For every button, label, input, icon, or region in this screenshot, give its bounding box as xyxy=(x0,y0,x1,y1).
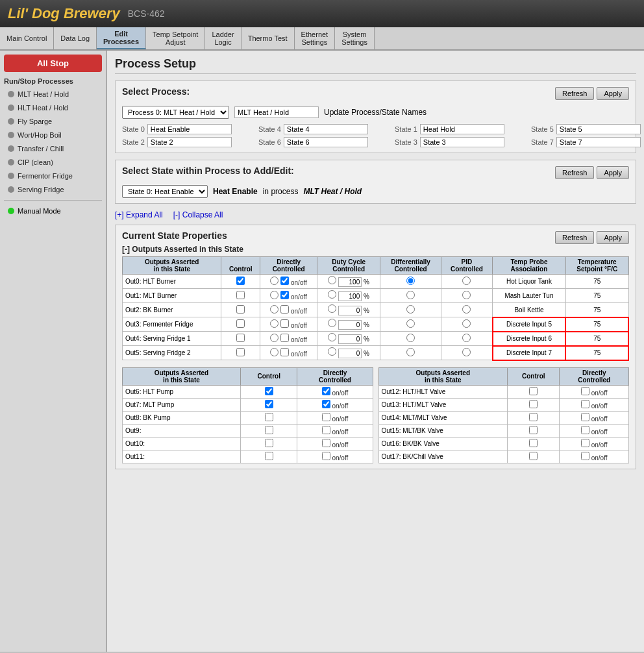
nav-thermo-test[interactable]: Thermo Test xyxy=(242,27,295,49)
br-control-cb-2[interactable] xyxy=(529,413,538,421)
dir-cb-0[interactable] xyxy=(280,277,289,285)
br-control-cb-0[interactable] xyxy=(529,387,538,395)
bl-dir-cb-1[interactable] xyxy=(322,400,330,408)
sidebar-item-manual-mode[interactable]: Manual Mode xyxy=(4,204,102,217)
nav-main-control[interactable]: Main Control xyxy=(0,27,54,49)
duty-input-5[interactable] xyxy=(338,349,362,358)
br-dir-cb-4[interactable] xyxy=(581,439,589,447)
control-cb-5[interactable] xyxy=(236,348,245,356)
diff-radio-3[interactable] xyxy=(406,319,415,328)
bl-dir-cb-3[interactable] xyxy=(322,426,330,434)
br-control-cb-1[interactable] xyxy=(529,400,538,408)
bl-control-cb-2[interactable] xyxy=(265,413,273,421)
bl-control-cb-1[interactable] xyxy=(265,400,273,408)
duty-input-2[interactable] xyxy=(338,306,362,315)
nav-ethernet-settings[interactable]: EthernetSettings xyxy=(295,27,336,49)
diff-radio-0[interactable] xyxy=(406,277,415,285)
sidebar-item-fermentor-fridge[interactable]: Fermentor Fridge xyxy=(4,169,102,182)
br-dir-cb-5[interactable] xyxy=(581,452,589,460)
pid-radio-1[interactable] xyxy=(462,291,471,299)
dir-radio-3[interactable] xyxy=(270,319,279,328)
state-input-6[interactable] xyxy=(284,137,368,147)
refresh-button-1[interactable]: Refresh xyxy=(555,87,595,100)
state-input-4[interactable] xyxy=(284,124,368,134)
refresh-button-2[interactable]: Refresh xyxy=(555,166,595,179)
control-cb-4[interactable] xyxy=(236,334,245,342)
duty-input-0[interactable] xyxy=(338,277,362,287)
dir-radio-4[interactable] xyxy=(270,334,279,342)
dir-cb-5[interactable] xyxy=(280,348,289,356)
bl-dir-cb-4[interactable] xyxy=(322,439,330,447)
br-dir-cb-0[interactable] xyxy=(581,387,589,395)
state-input-7[interactable] xyxy=(556,137,641,147)
sidebar-item-serving-fridge[interactable]: Serving Fridge xyxy=(4,183,102,196)
state-input-3[interactable] xyxy=(420,137,504,147)
apply-button-3[interactable]: Apply xyxy=(597,231,629,244)
duty-radio-2[interactable] xyxy=(328,304,336,313)
duty-radio-0[interactable] xyxy=(328,276,336,284)
br-control-cb-5[interactable] xyxy=(529,452,538,460)
nav-edit-processes[interactable]: EditProcesses xyxy=(97,27,146,49)
dir-radio-0[interactable] xyxy=(270,277,279,285)
state-input-1[interactable] xyxy=(420,124,504,134)
sidebar-item-cip-clean[interactable]: CIP (clean) xyxy=(4,156,102,169)
bl-control-cb-4[interactable] xyxy=(265,439,273,447)
bl-control-cb-5[interactable] xyxy=(265,452,273,460)
expand-all-link[interactable]: [+] Expand All xyxy=(115,210,163,219)
pid-radio-5[interactable] xyxy=(462,348,471,356)
bl-dir-cb-5[interactable] xyxy=(322,452,330,460)
dir-cb-4[interactable] xyxy=(280,334,289,342)
all-stop-button[interactable]: All Stop xyxy=(4,55,102,72)
bl-control-cb-3[interactable] xyxy=(265,426,273,434)
collapse-all-link[interactable]: [-] Collapse All xyxy=(173,210,223,219)
sidebar-item-fly-sparge[interactable]: Fly Sparge xyxy=(4,115,102,128)
dir-cb-2[interactable] xyxy=(280,305,289,314)
nav-ladder-logic[interactable]: LadderLogic xyxy=(205,27,241,49)
diff-radio-5[interactable] xyxy=(406,348,415,356)
control-cb-0[interactable] xyxy=(236,277,245,285)
nav-data-log[interactable]: Data Log xyxy=(54,27,97,49)
outputs-section-title[interactable]: [-] Outputs Asserted in this State xyxy=(122,245,629,254)
duty-input-3[interactable] xyxy=(338,320,362,330)
duty-radio-5[interactable] xyxy=(328,347,336,356)
br-dir-cb-1[interactable] xyxy=(581,400,589,408)
dir-radio-1[interactable] xyxy=(270,291,279,299)
pid-radio-3[interactable] xyxy=(462,319,471,328)
bl-dir-cb-2[interactable] xyxy=(322,413,330,421)
state-input-5[interactable] xyxy=(556,124,641,134)
pid-radio-2[interactable] xyxy=(462,305,471,314)
process-name-input[interactable] xyxy=(234,106,319,118)
dir-radio-2[interactable] xyxy=(270,305,279,314)
diff-radio-2[interactable] xyxy=(406,305,415,314)
state-input-0[interactable] xyxy=(147,124,232,134)
dir-radio-5[interactable] xyxy=(270,348,279,356)
br-dir-cb-2[interactable] xyxy=(581,413,589,421)
nav-system-settings[interactable]: SystemSettings xyxy=(335,27,375,49)
sidebar-item-wort-hop-boil[interactable]: Wort/Hop Boil xyxy=(4,129,102,142)
duty-radio-4[interactable] xyxy=(328,333,336,341)
sidebar-item-hlt-heat-hold[interactable]: HLT Heat / Hold xyxy=(4,101,102,114)
apply-button-1[interactable]: Apply xyxy=(597,87,629,100)
sidebar-item-transfer-chill[interactable]: Transfer / Chill xyxy=(4,142,102,155)
br-control-cb-4[interactable] xyxy=(529,439,538,447)
br-control-cb-3[interactable] xyxy=(529,426,538,434)
diff-radio-4[interactable] xyxy=(406,334,415,342)
state-dropdown[interactable]: State 0: Heat Enable xyxy=(122,185,208,198)
nav-temp-setpoint[interactable]: Temp SetpointAdjust xyxy=(146,27,205,49)
control-cb-2[interactable] xyxy=(236,305,245,314)
br-dir-cb-3[interactable] xyxy=(581,426,589,434)
duty-radio-1[interactable] xyxy=(328,290,336,299)
bl-control-cb-0[interactable] xyxy=(265,387,273,395)
state-input-2[interactable] xyxy=(147,137,232,147)
refresh-button-3[interactable]: Refresh xyxy=(555,231,595,244)
apply-button-2[interactable]: Apply xyxy=(597,166,629,179)
duty-input-1[interactable] xyxy=(338,291,362,301)
diff-radio-1[interactable] xyxy=(406,291,415,299)
duty-radio-3[interactable] xyxy=(328,319,336,327)
pid-radio-4[interactable] xyxy=(462,334,471,342)
process-dropdown[interactable]: Process 0: MLT Heat / Hold xyxy=(122,106,229,119)
pid-radio-0[interactable] xyxy=(462,277,471,285)
dir-cb-1[interactable] xyxy=(280,291,289,299)
dir-cb-3[interactable] xyxy=(280,319,289,328)
bl-dir-cb-0[interactable] xyxy=(322,387,330,395)
